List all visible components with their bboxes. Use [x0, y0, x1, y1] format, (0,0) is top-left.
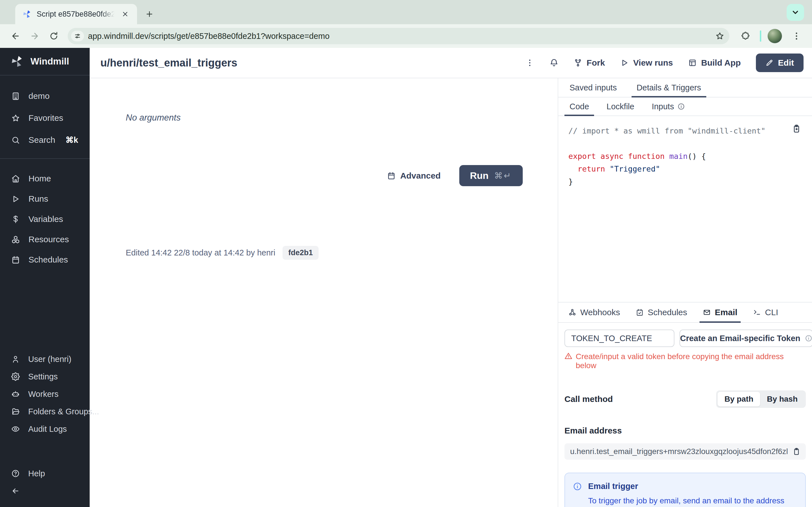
home-icon: [11, 174, 20, 183]
sidebar-item-runs[interactable]: Runs: [0, 189, 90, 209]
sidebar-gap: [0, 438, 90, 465]
tab-schedules-trigger[interactable]: Schedules: [636, 302, 687, 322]
tab-details-triggers[interactable]: Details & Triggers: [637, 78, 701, 97]
more-options-kebab-icon[interactable]: [525, 58, 534, 67]
sidebar-item-label: Favorites: [29, 113, 63, 123]
browser-tabstrip: Script e857be88e0fde2b1 | W: [0, 0, 812, 24]
avatar[interactable]: [767, 29, 782, 43]
star-icon: [11, 114, 20, 122]
back-button[interactable]: [7, 28, 24, 44]
sidebar-item-workers[interactable]: Workers: [0, 385, 90, 403]
email-address-field: [564, 443, 806, 460]
sidebar-item-schedules[interactable]: Schedules: [0, 249, 90, 270]
sidebar-item-search[interactable]: Search ⌘k: [0, 129, 90, 151]
sidebar: Windmill demo Favorites Search ⌘k: [0, 48, 90, 507]
browser-tab[interactable]: Script e857be88e0fde2b1 | W: [15, 4, 137, 24]
copy-email-button[interactable]: [792, 447, 801, 456]
browser-menu-kebab-icon[interactable]: [788, 28, 805, 44]
edited-text: Edited 14:42 22/8 today at 14:42 by henr…: [126, 248, 275, 258]
token-input[interactable]: [564, 330, 674, 347]
tab-title: Script e857be88e0fde2b1 | W: [37, 10, 114, 18]
page-title: u/henri/test_email_triggers: [100, 57, 525, 69]
reload-icon: [49, 31, 59, 41]
code-comment: // import * as wmill from "windmill-clie…: [568, 126, 765, 135]
url-bar[interactable]: app.windmill.dev/scripts/get/e857be88e0f…: [68, 28, 729, 44]
new-tab-button[interactable]: [142, 6, 157, 22]
sidebar-item-favorites[interactable]: Favorites: [0, 107, 90, 129]
sidebar-item-resources[interactable]: Resources: [0, 229, 90, 249]
run-button[interactable]: Run ⌘↵: [459, 165, 523, 186]
reload-button[interactable]: [46, 28, 62, 44]
create-token-label: Create an Email-specific Token: [680, 334, 801, 343]
sidebar-item-home[interactable]: Home: [0, 168, 90, 189]
content: No arguments Advanced Run ⌘↵ Edited 14:4…: [90, 78, 812, 507]
code-string: "Triggered": [610, 165, 660, 173]
sidebar-item-variables[interactable]: Variables: [0, 209, 90, 229]
run-label: Run: [470, 170, 489, 181]
cli-label: CLI: [765, 307, 778, 317]
sidebar-item-settings[interactable]: Settings: [0, 368, 90, 385]
tab-inputs[interactable]: Inputs: [652, 98, 685, 115]
tab-email-trigger[interactable]: Email: [703, 302, 737, 322]
sidebar-admin-group: User (henri) Settings Workers Folders & …: [0, 341, 90, 438]
arrow-left-icon: [11, 487, 20, 495]
sidebar-item-help[interactable]: Help: [0, 465, 90, 482]
extensions-puzzle-icon[interactable]: [737, 28, 754, 44]
sidebar-item-label: Audit Logs: [28, 425, 67, 434]
email-label: Email: [715, 307, 737, 317]
run-row: Advanced Run ⌘↵: [126, 165, 523, 186]
sidebar-item-audit-logs[interactable]: Audit Logs: [0, 420, 90, 438]
building-icon: [11, 92, 20, 101]
clipboard-icon: [792, 447, 801, 456]
sidebar-workspace-group: demo Favorites Search ⌘k: [0, 75, 90, 159]
site-settings-icon[interactable]: [71, 31, 84, 41]
bookmark-star-icon[interactable]: [713, 29, 726, 43]
sidebar-item-user[interactable]: User (henri): [0, 350, 90, 368]
user-icon: [11, 355, 20, 363]
email-address-value[interactable]: [570, 447, 788, 456]
sidebar-item-workspace[interactable]: demo: [0, 85, 90, 107]
forward-button[interactable]: [27, 28, 43, 44]
tab-code[interactable]: Code: [569, 98, 589, 115]
call-method-row: Call method By path By hash: [564, 390, 806, 408]
sidebar-collapse-button[interactable]: [0, 482, 90, 500]
details-panel: Saved inputs Details & Triggers Code Loc…: [558, 78, 812, 507]
chrome-collapse-button[interactable]: [786, 4, 804, 21]
create-email-token-button[interactable]: Create an Email-specific Token: [679, 330, 812, 347]
tab-cli[interactable]: CLI: [753, 302, 778, 322]
code-indent: [568, 165, 578, 173]
chevron-down-icon: [791, 8, 800, 17]
search-icon: [11, 136, 20, 145]
eye-icon: [11, 425, 20, 433]
token-warning: Create/input a valid token before copyin…: [564, 352, 806, 370]
sidebar-bottom-group: Help: [0, 465, 90, 507]
fork-button[interactable]: Fork: [574, 58, 605, 68]
email-trigger-section: Create an Email-specific Token Create/in…: [558, 323, 812, 507]
advanced-button[interactable]: Advanced: [387, 171, 441, 180]
tab-lockfile[interactable]: Lockfile: [606, 98, 634, 115]
by-path-option[interactable]: By path: [718, 392, 760, 406]
build-app-button[interactable]: Build App: [688, 58, 741, 68]
copy-code-button[interactable]: [792, 124, 801, 134]
arrow-right-icon: [30, 31, 40, 41]
tab-saved-inputs[interactable]: Saved inputs: [569, 78, 617, 97]
app-header: u/henri/test_email_triggers Fork View: [90, 48, 812, 78]
hash-badge[interactable]: fde2b1: [283, 246, 318, 260]
arrow-left-icon: [11, 31, 20, 41]
app: Windmill demo Favorites Search ⌘k: [0, 48, 812, 507]
brand[interactable]: Windmill: [0, 48, 90, 75]
code-keyword: return: [578, 165, 605, 173]
tab-webhooks[interactable]: Webhooks: [568, 302, 620, 322]
edit-button[interactable]: Edit: [756, 54, 804, 72]
view-runs-button[interactable]: View runs: [620, 58, 673, 68]
edited-row: Edited 14:42 22/8 today at 14:42 by henr…: [126, 246, 523, 260]
pencil-icon: [765, 59, 773, 67]
notifications-bell-icon[interactable]: [550, 58, 559, 67]
by-hash-option[interactable]: By hash: [760, 392, 804, 406]
sidebar-item-folders-groups[interactable]: Folders & Groups...: [0, 403, 90, 420]
sidebar-item-label: User (henri): [28, 355, 71, 364]
code-plain: () {: [688, 152, 706, 161]
sidebar-item-label: Workers: [28, 390, 58, 399]
terminal-icon: [753, 308, 761, 316]
tab-close-icon[interactable]: [119, 8, 131, 20]
